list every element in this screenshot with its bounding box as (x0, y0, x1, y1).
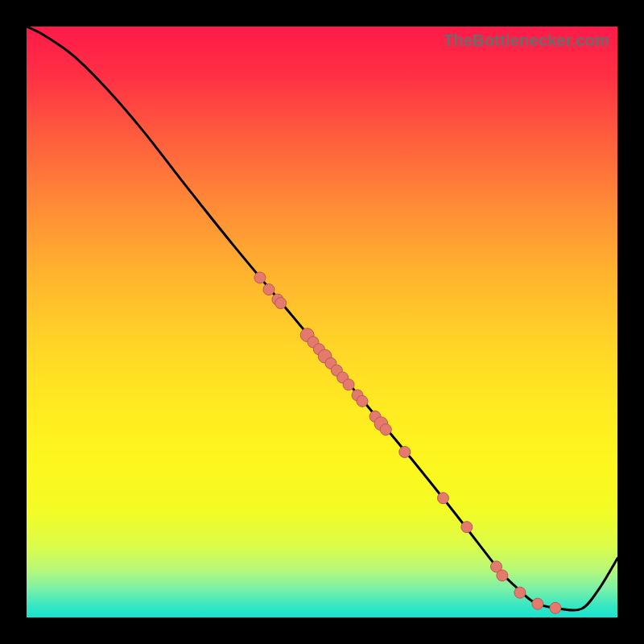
data-point (532, 598, 543, 609)
data-point (380, 424, 391, 436)
data-point (497, 570, 508, 581)
curve-line (27, 27, 617, 610)
data-point (343, 379, 354, 390)
data-point (275, 298, 287, 309)
data-point (437, 493, 448, 504)
chart-svg (27, 27, 617, 617)
data-point (357, 395, 368, 407)
data-points (254, 272, 561, 613)
data-point (263, 284, 275, 295)
data-point (461, 522, 473, 533)
data-point (550, 602, 561, 613)
data-point (399, 446, 411, 457)
data-point (514, 587, 526, 598)
chart-container: TheBottlenecker.com (0, 0, 644, 644)
plot-area: TheBottlenecker.com (27, 27, 617, 617)
data-point (254, 272, 266, 283)
